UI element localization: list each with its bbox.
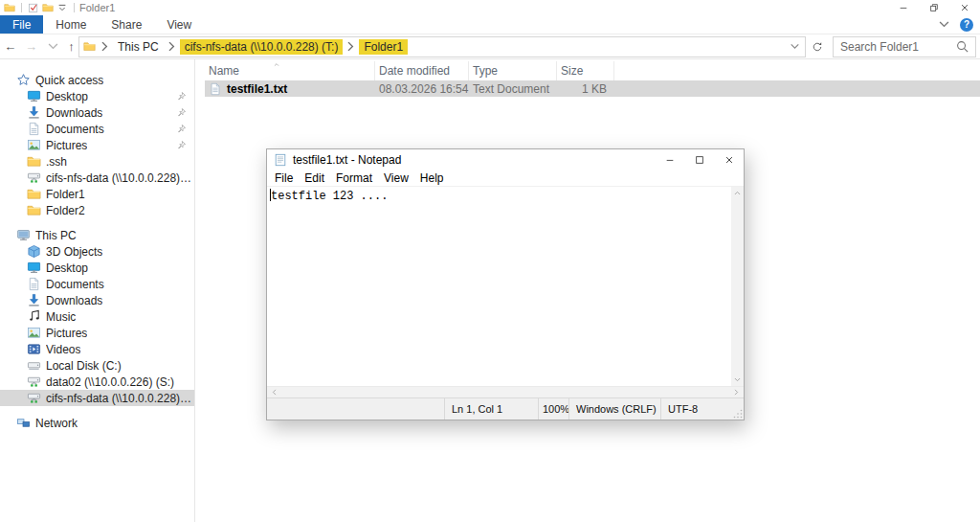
sidebar-section-quick-access[interactable]: Quick access <box>0 72 194 88</box>
sidebar-item-downloads[interactable]: Downloads <box>0 104 194 121</box>
properties-button[interactable] <box>28 2 39 13</box>
sidebar-item-desktop[interactable]: Desktop <box>0 88 194 104</box>
address-bar[interactable]: This PCcifs-nfs-data (\\10.0.0.228) (T:)… <box>78 36 806 57</box>
sidebar-item-ssh[interactable]: .ssh <box>0 153 194 170</box>
scroll-down-icon[interactable] <box>733 375 742 384</box>
desktop-icon <box>27 89 41 103</box>
folder-icon <box>27 203 41 217</box>
sidebar-item-cifs-nfs-data-10-0-0-228-t[interactable]: cifs-nfs-data (\\10.0.0.228) (T:) <box>0 170 194 186</box>
ribbon-tab-view[interactable]: View <box>154 15 204 34</box>
scroll-right-icon[interactable] <box>732 388 741 397</box>
column-header-label: Name <box>209 64 239 78</box>
vertical-scrollbar[interactable] <box>731 187 744 386</box>
status-zoom-level: 100% <box>538 398 568 420</box>
sidebar-item-folder2[interactable]: Folder2 <box>0 202 194 218</box>
notepad-minimize-button[interactable] <box>655 149 684 170</box>
sidebar-item-documents[interactable]: Documents <box>0 276 194 292</box>
file-name: testfile1.txt <box>227 82 287 96</box>
search-box <box>833 36 976 57</box>
sidebar-item-music[interactable]: Music <box>0 308 194 325</box>
notepad-menu-view[interactable]: View <box>378 171 414 185</box>
sidebar-item-label: Pictures <box>46 327 87 340</box>
maximize-icon <box>695 155 704 165</box>
music-icon <box>27 309 41 324</box>
sidebar-item-desktop[interactable]: Desktop <box>0 260 194 276</box>
scroll-left-icon[interactable] <box>270 388 278 397</box>
sidebar-item-label: Videos <box>46 343 80 356</box>
notepad-statusbar: Ln 1, Col 1 100% Windows (CRLF) UTF-8 <box>267 397 744 420</box>
breadcrumb-segment-folder1[interactable]: Folder1 <box>359 39 408 55</box>
new-folder-button[interactable] <box>42 2 54 13</box>
notepad-text-area[interactable]: testfile 123 .... <box>267 187 731 386</box>
document-icon <box>27 277 41 291</box>
sidebar-item-label: 3D Objects <box>46 245 102 259</box>
file-list: testfile1.txt08.03.2026 16:54Text Docume… <box>205 80 980 97</box>
sidebar-item-3d-objects[interactable]: 3D Objects <box>0 243 194 260</box>
desktop-icon <box>27 261 41 275</box>
ribbon-tab-share[interactable]: Share <box>99 15 154 34</box>
forward-button[interactable]: → <box>25 39 37 54</box>
sidebar-item-videos[interactable]: Videos <box>0 341 194 357</box>
column-header-name[interactable]: Name <box>205 61 375 80</box>
sidebar-item-data02-10-0-0-226-s[interactable]: data02 (\\10.0.0.226) (S:) <box>0 374 194 390</box>
horizontal-scrollbar[interactable] <box>267 386 744 397</box>
notepad-menu-file[interactable]: File <box>269 171 299 185</box>
sidebar-item-cifs-nfs-data-10-0-0-228-t[interactable]: cifs-nfs-data (\\10.0.0.228) (T:) <box>0 390 194 406</box>
address-dropdown-chevron-icon[interactable] <box>789 40 801 53</box>
notepad-close-button[interactable] <box>714 149 744 170</box>
help-button[interactable]: ? <box>960 18 973 32</box>
minimize-icon <box>899 3 908 12</box>
file-size: 1 KB <box>557 80 614 97</box>
sidebar-item-folder1[interactable]: Folder1 <box>0 186 194 202</box>
column-header-type[interactable]: Type <box>469 61 557 80</box>
ribbon-tab-file[interactable]: File <box>0 15 43 34</box>
window-folder-icon <box>4 2 15 13</box>
scroll-up-icon[interactable] <box>733 189 742 197</box>
breadcrumb-segment-cifs-nfs-data-10-0-0-228-t[interactable]: cifs-nfs-data (\\10.0.0.228) (T:) <box>180 39 344 55</box>
minimize-button[interactable] <box>888 0 919 15</box>
recent-locations-chevron-icon[interactable] <box>46 39 60 54</box>
sidebar-item-label: data02 (\\10.0.0.226) (S:) <box>46 375 174 389</box>
notepad-menu-edit[interactable]: Edit <box>299 171 330 185</box>
folder-icon <box>27 187 41 201</box>
breadcrumb-segment-this-pc[interactable]: This PC <box>113 39 164 55</box>
refresh-button[interactable] <box>806 37 829 57</box>
picture-icon <box>27 138 41 152</box>
refresh-icon <box>812 41 823 53</box>
sidebar-item-pictures[interactable]: Pictures <box>0 137 194 153</box>
ribbon-tab-home[interactable]: Home <box>43 15 99 34</box>
restore-icon <box>929 3 939 12</box>
video-icon <box>27 342 41 356</box>
sidebar-item-label: Documents <box>46 278 104 291</box>
column-header-size[interactable]: Size <box>557 61 614 80</box>
file-row-testfile1-txt[interactable]: testfile1.txt08.03.2026 16:54Text Docume… <box>205 80 980 97</box>
search-icon <box>955 39 969 54</box>
ribbon-tab-bar: FileHomeShareView ? <box>0 15 980 34</box>
sidebar-item-local-disk-c[interactable]: Local Disk (C:) <box>0 357 194 374</box>
netdrive-icon <box>27 391 41 405</box>
netdrive-icon <box>27 170 41 185</box>
close-button[interactable] <box>949 0 980 15</box>
search-input[interactable] <box>834 39 953 55</box>
sidebar-item-label: Desktop <box>46 90 88 103</box>
column-header-date-modified[interactable]: Date modified <box>375 61 469 80</box>
back-button[interactable]: ← <box>4 39 16 54</box>
sidebar-item-documents[interactable]: Documents <box>0 121 194 137</box>
pc-icon <box>16 228 31 242</box>
explorer-titlebar: Folder1 <box>0 0 980 15</box>
sidebar-item-downloads[interactable]: Downloads <box>0 292 194 308</box>
customize-qat-chevron-icon[interactable] <box>56 2 68 13</box>
notepad-maximize-button[interactable] <box>684 149 714 170</box>
sidebar-item-pictures[interactable]: Pictures <box>0 325 194 341</box>
sidebar-section-this-pc[interactable]: This PC <box>0 227 194 243</box>
notepad-menu-help[interactable]: Help <box>414 171 450 185</box>
resize-grip[interactable] <box>733 409 743 419</box>
sidebar-item-label: cifs-nfs-data (\\10.0.0.228) (T:) <box>46 171 194 185</box>
up-button[interactable]: ↑ <box>68 39 75 54</box>
picture-icon <box>27 326 41 340</box>
sidebar-section-network[interactable]: Network <box>0 415 194 431</box>
sidebar-item-label: Desktop <box>46 261 88 275</box>
expand-ribbon-chevron-icon[interactable] <box>937 17 951 32</box>
notepad-menu-format[interactable]: Format <box>330 171 378 185</box>
restore-button[interactable] <box>919 0 949 15</box>
